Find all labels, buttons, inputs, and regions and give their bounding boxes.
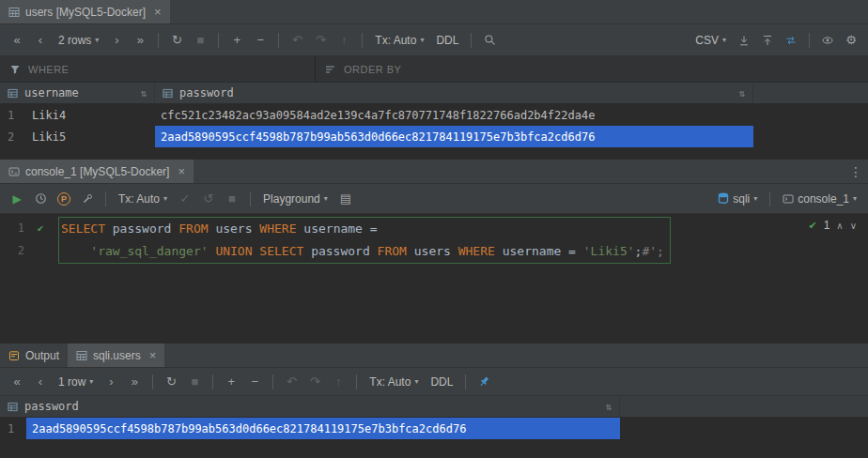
rollback-icon[interactable]: ↺	[198, 189, 219, 209]
gear-icon[interactable]: ⚙	[841, 30, 861, 51]
close-icon[interactable]: ×	[178, 165, 185, 177]
column-icon	[8, 402, 18, 412]
page-size-select[interactable]: 1 row ▾	[54, 372, 98, 392]
grid-toolbar: « ‹ 2 rows ▾ › » ↻ ■ + − ↶ ↷ ↑ Tx: Auto …	[0, 24, 868, 56]
console-icon	[783, 193, 794, 205]
clock-icon[interactable]	[30, 189, 51, 209]
tab-console[interactable]: console_1 [MySQL5-Docker] ×	[0, 160, 194, 183]
redo-button[interactable]: ↷	[310, 30, 331, 51]
tx-mode-select[interactable]: Tx: Auto ▾	[364, 372, 423, 392]
column-header-password[interactable]: password ⇅	[155, 83, 753, 103]
sort-both-icon[interactable]: ⇅	[738, 87, 745, 99]
run-button[interactable]: ▶	[7, 189, 27, 209]
profiler-badge[interactable]: P	[54, 189, 74, 209]
page-size-select[interactable]: 2 rows ▾	[54, 30, 103, 51]
result-toolbar: « ‹ 1 row ▾ › » ↻ ■ + − ↶ ↷ ↑ Tx: Auto ▾…	[0, 368, 868, 396]
stop-button[interactable]: ■	[222, 189, 242, 209]
download-icon[interactable]	[734, 30, 754, 51]
result-table: password ⇅ 1 2aad5890595ccf4598b787b99ab…	[0, 396, 868, 439]
session-label: console_1	[798, 192, 849, 206]
cell-password[interactable]: cfc521c23482ac93a09584ad2e139c4a7fc87077…	[155, 104, 753, 126]
code-area[interactable]: SELECT password FROM users WHERE usernam…	[58, 217, 671, 264]
table-icon	[8, 7, 20, 18]
chevron-down-icon: ▾	[420, 36, 424, 44]
page-size-label: 1 row	[58, 375, 85, 389]
add-row-button[interactable]: +	[226, 30, 247, 51]
sql-token: username =	[297, 221, 378, 236]
stop-button[interactable]: ■	[190, 30, 210, 51]
column-label: username	[24, 86, 79, 99]
chevron-down-icon[interactable]: ∨	[850, 221, 857, 231]
revert-button[interactable]: ↶	[287, 30, 307, 51]
chevron-up-icon[interactable]: ∧	[836, 221, 843, 231]
export-format-select[interactable]: CSV ▾	[690, 30, 731, 51]
where-filter-input[interactable]: WHERE	[0, 56, 316, 82]
prev-page-button[interactable]: ‹	[30, 30, 51, 51]
ddl-button[interactable]: DDL	[426, 372, 457, 392]
chevron-down-icon: ▾	[95, 36, 99, 44]
sql-token: users	[407, 244, 458, 258]
session-select[interactable]: console_1 ▾	[778, 189, 861, 209]
tx-mode-select[interactable]: Tx: Auto ▾	[114, 189, 172, 209]
reload-button[interactable]: ↻	[166, 30, 187, 51]
tab-result-sqli-users[interactable]: sqli.users ×	[68, 344, 164, 367]
chevron-down-icon: ▾	[853, 194, 857, 203]
ddl-button[interactable]: DDL	[431, 30, 463, 51]
sql-editor[interactable]: 1 ✔ 2 SELECT password FROM users WHERE u…	[0, 214, 868, 338]
sql-token: WHERE	[259, 221, 296, 236]
console-tab-bar: console_1 [MySQL5-Docker] × ⋮	[0, 160, 868, 184]
submit-button[interactable]: ↑	[333, 30, 354, 51]
next-page-button[interactable]: ›	[106, 30, 127, 51]
first-page-button[interactable]: «	[7, 372, 27, 392]
pin-icon[interactable]	[473, 372, 494, 392]
sync-icon[interactable]	[781, 30, 801, 51]
database-icon	[718, 192, 729, 205]
delete-row-button[interactable]: −	[250, 30, 271, 51]
main-table: username ⇅ password ⇅ 1 Liki4 cfc521c234…	[0, 83, 868, 147]
sql-token: 'Liki5'	[583, 244, 635, 258]
cell-password-selected[interactable]: 2aad5890595ccf4598b787b99ab563d0d66ec821…	[26, 418, 620, 439]
column-header-username[interactable]: username ⇅	[0, 83, 155, 103]
last-page-button[interactable]: »	[130, 30, 150, 51]
order-by-input[interactable]: ORDER BY	[316, 56, 411, 82]
cell-username[interactable]: Liki4	[26, 104, 155, 126]
delete-row-button[interactable]: −	[244, 372, 265, 392]
wrench-icon[interactable]	[77, 189, 98, 209]
next-page-button[interactable]: ›	[101, 372, 121, 392]
tab-output[interactable]: Output	[0, 344, 68, 367]
add-row-button[interactable]: +	[221, 372, 241, 392]
chevron-down-icon: ▾	[753, 194, 757, 203]
kebab-menu-icon[interactable]: ⋮	[844, 160, 868, 183]
sort-both-icon[interactable]: ⇅	[140, 87, 147, 99]
tab-label: users [MySQL5-Docker]	[25, 6, 146, 19]
commit-check-icon[interactable]: ✓	[175, 189, 195, 209]
stop-button[interactable]: ■	[184, 372, 205, 392]
column-label: password	[24, 400, 79, 413]
chevron-down-icon: ▾	[414, 377, 418, 386]
sql-token: password	[303, 244, 377, 258]
schema-select[interactable]: sqli ▾	[713, 189, 762, 209]
playground-select[interactable]: Playground ▾	[258, 189, 333, 209]
cell-password-selected[interactable]: 2aad5890595ccf4598b787b99ab563d0d66ec821…	[155, 126, 753, 147]
upload-icon[interactable]	[757, 30, 778, 51]
cell-username[interactable]: Liki5	[26, 126, 155, 147]
prev-page-button[interactable]: ‹	[30, 372, 51, 392]
sort-both-icon[interactable]: ⇅	[605, 401, 612, 413]
tab-users-table[interactable]: users [MySQL5-Docker] ×	[0, 0, 170, 23]
submit-button[interactable]: ↑	[328, 372, 349, 392]
eye-icon[interactable]	[817, 30, 838, 51]
page-size-label: 2 rows	[58, 34, 91, 47]
reload-button[interactable]: ↻	[161, 372, 181, 392]
output-layout-icon[interactable]: ▤	[335, 189, 356, 209]
tx-mode-select[interactable]: Tx: Auto ▾	[370, 30, 428, 51]
column-header-password[interactable]: password ⇅	[0, 396, 620, 417]
close-icon[interactable]: ×	[154, 6, 162, 18]
table-row: 2 Liki5 2aad5890595ccf4598b787b99ab563d0…	[0, 126, 868, 147]
redo-button[interactable]: ↷	[304, 372, 325, 392]
close-icon[interactable]: ×	[149, 349, 157, 361]
output-icon	[8, 350, 20, 361]
first-page-button[interactable]: «	[7, 30, 27, 51]
revert-button[interactable]: ↶	[281, 372, 302, 392]
last-page-button[interactable]: »	[124, 372, 145, 392]
search-icon[interactable]	[479, 30, 500, 51]
